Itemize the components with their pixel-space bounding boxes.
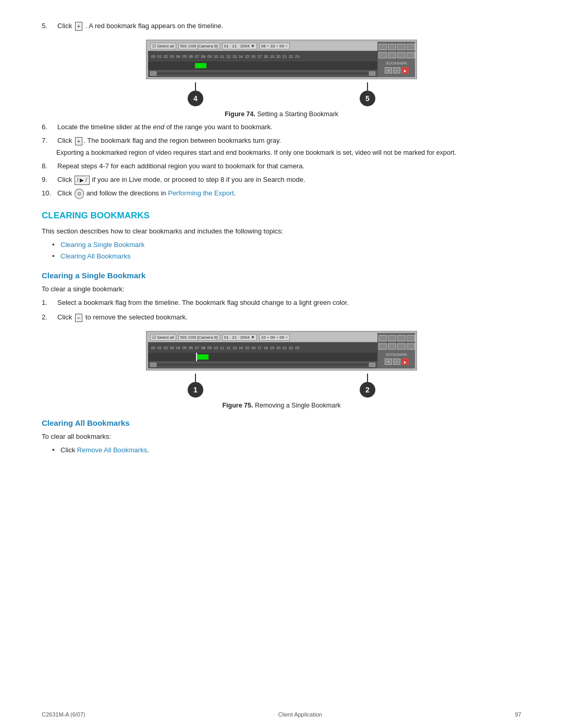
callout-4: 4 bbox=[188, 82, 203, 106]
ss-right-mid-btns-75 bbox=[378, 343, 415, 350]
clearing-bookmarks-bullets: Clearing a Single Bookmark Clearing All … bbox=[52, 240, 521, 262]
ss-scroll-track-75 bbox=[157, 364, 368, 366]
step-5-text-before: Click bbox=[57, 22, 72, 30]
figure-75-caption-text: Removing a Single Bookmark bbox=[255, 402, 341, 409]
ss-t21: 21 bbox=[282, 55, 288, 58]
ss-scroll-track bbox=[157, 72, 368, 75]
step-7: 7. Click +. The bookmark flag and the re… bbox=[42, 135, 521, 146]
play-icon-9: / ▶ / bbox=[75, 176, 90, 185]
ss-bookmark-btns-75: + − ▶ bbox=[385, 359, 409, 365]
step-9-num: 9. bbox=[42, 175, 57, 185]
ss-btn-6 bbox=[388, 52, 396, 58]
ss-scroll-right bbox=[369, 71, 375, 76]
ss-t05: 05 bbox=[181, 55, 188, 58]
footer-center: Client Application bbox=[278, 711, 322, 718]
clearing-all-heading: Clearing All Bookmarks bbox=[42, 418, 521, 427]
ss-bookmark-row-75 bbox=[148, 353, 377, 361]
ss-green-marker bbox=[195, 63, 206, 68]
clearing-all-intro: To clear all bookmarks: bbox=[42, 431, 521, 442]
ss-main-area: ☑ Select all 501 C09 [Camera 9] 01 · 21 … bbox=[148, 42, 377, 77]
clearing-all-link[interactable]: Clearing All Bookmarks bbox=[60, 252, 130, 260]
figure-75-caption: Figure 75. Removing a Single Bookmark bbox=[222, 402, 340, 409]
ss-t17: 17 bbox=[256, 55, 263, 58]
clearing-bookmarks-heading: CLEARING BOOKMARKS bbox=[42, 211, 521, 221]
clearing-all-bullet-before: Click bbox=[60, 446, 75, 454]
ss-timeline-bar-75: 00 01 02 03 04 05 06 07 08 09 10 bbox=[148, 342, 377, 353]
ss-scroll-75 bbox=[150, 363, 156, 367]
ss-bookmark-btns: + − ▶ bbox=[385, 67, 409, 73]
ss-btn-7 bbox=[397, 52, 406, 58]
callout-arrow-4 bbox=[195, 82, 196, 91]
ss-right-panel-74: BOOKMARK + − ▶ bbox=[378, 42, 415, 77]
ss-right-mid-btns bbox=[378, 52, 415, 58]
ss-bottom-bar bbox=[148, 70, 377, 77]
bullet-clearing-all: Clearing All Bookmarks bbox=[52, 251, 521, 262]
step-s2: 2. Click − to remove the selected bookma… bbox=[42, 312, 521, 323]
step-10-content: Click ⊙ and follow the directions in Per… bbox=[57, 188, 236, 199]
ss-right-top-btns-75 bbox=[378, 335, 415, 341]
step-5-num: 5. bbox=[42, 21, 57, 31]
ss-bm-btn-1: + bbox=[385, 67, 392, 73]
step-s2-num: 2. bbox=[42, 312, 57, 323]
step-9: 9. Click / ▶ / if you are in Live mode, … bbox=[42, 175, 521, 185]
ss-btn-3 bbox=[397, 44, 406, 50]
figure-74-caption: Figure 74. Setting a Starting Bookmark bbox=[225, 110, 338, 118]
callout-circle-5: 5 bbox=[360, 91, 375, 106]
clearing-all-bullet: Click Remove All Bookmarks. bbox=[52, 445, 521, 455]
ss-btn-8 bbox=[407, 52, 415, 58]
ss-green-marker-75 bbox=[197, 354, 209, 360]
ss-bookmark-row bbox=[148, 61, 377, 70]
step-10: 10. Click ⊙ and follow the directions in… bbox=[42, 188, 521, 199]
ss-btn-4 bbox=[407, 44, 415, 50]
screenshot-bg: ☑ Select all 501 C09 [Camera 9] 01 · 21 … bbox=[146, 40, 417, 79]
figure-74-container: ☑ Select all 501 C09 [Camera 9] 01 · 21 … bbox=[42, 40, 521, 118]
screenshot-bg-75: ☑ Select all 501 C09 [Camera 9] 01 · 21 … bbox=[146, 331, 417, 371]
callout-arrow-5 bbox=[367, 82, 368, 91]
ss-bm-btn-3: ▶ bbox=[401, 67, 409, 73]
plus-icon-7: + bbox=[75, 137, 82, 145]
callout-arrow-75-2 bbox=[367, 374, 368, 382]
remove-all-bookmarks-link[interactable]: Remove All Bookmarks bbox=[77, 446, 147, 454]
callout-circle-75-1: 1 bbox=[188, 382, 203, 398]
ss-t04: 04 bbox=[175, 55, 181, 58]
figure-75-callouts: 1 2 bbox=[146, 374, 417, 398]
clearing-single-link[interactable]: Clearing a Single Bookmark bbox=[60, 241, 144, 249]
ss-scroll bbox=[150, 71, 156, 76]
clearing-single-heading: Clearing a Single Bookmark bbox=[42, 271, 521, 280]
ss-bm-remove-75: − bbox=[393, 359, 400, 365]
figure-74-caption-text: Setting a Starting Bookmark bbox=[257, 110, 338, 118]
ss-main-area-75: ☑ Select all 501 C09 [Camera 9] 01 · 21 … bbox=[148, 333, 377, 368]
clearing-bookmarks-intro: This section describes how to clear book… bbox=[42, 226, 521, 237]
ss-t22: 22 bbox=[288, 55, 294, 58]
ss-bottom-bar-75 bbox=[148, 361, 377, 368]
ss-select-all: ☑ Select all bbox=[150, 43, 176, 50]
step-8: 8. Repeat steps 4-7 for each additional … bbox=[42, 161, 521, 171]
step-8-content: Repeat steps 4-7 for each additional reg… bbox=[57, 161, 304, 171]
ss-t01: 01 bbox=[156, 55, 163, 58]
ss-right-top-btns bbox=[378, 44, 415, 50]
clearing-all-bullet-after: . bbox=[147, 446, 149, 454]
callout-circle-75-2: 2 bbox=[360, 382, 375, 398]
ss-camera-label-75: 501 C09 [Camera 9] bbox=[178, 334, 220, 341]
ss-date-field-75: 01 · 21 · 2004 ▼ bbox=[222, 334, 257, 341]
step-s1: 1. Select a bookmark flag from the timel… bbox=[42, 298, 521, 308]
footer-left: C2631M-A (6/07) bbox=[42, 711, 85, 718]
ss-inner-75: ☑ Select all 501 C09 [Camera 9] 01 · 21 … bbox=[148, 333, 415, 368]
ss-scroll-right-75 bbox=[369, 363, 375, 367]
ss-t07: 07 bbox=[194, 55, 200, 58]
performing-export-link[interactable]: Performing the Export bbox=[168, 189, 234, 197]
clearing-all-bullets: Click Remove All Bookmarks. bbox=[52, 445, 521, 455]
ss-t11: 11 bbox=[219, 55, 225, 58]
ss-t03: 03 bbox=[169, 55, 175, 58]
ss-btn-1 bbox=[378, 44, 387, 50]
figure-75-container: ☑ Select all 501 C09 [Camera 9] 01 · 21 … bbox=[42, 331, 521, 409]
step-7-content: Click +. The bookmark flag and the regio… bbox=[57, 135, 281, 146]
ss-timeline-bar: 00 01 02 03 04 05 06 07 08 09 10 11 bbox=[148, 51, 377, 61]
callout-circle-4: 4 bbox=[188, 91, 203, 106]
step-8-num: 8. bbox=[42, 161, 57, 171]
bullet-clearing-single: Clearing a Single Bookmark bbox=[52, 240, 521, 250]
ss-right-panel-75: BOOKMARK + − ▶ bbox=[378, 333, 415, 368]
ss-t06: 06 bbox=[188, 55, 194, 58]
ss-bm-play-75: ▶ bbox=[401, 359, 409, 365]
figure-75-caption-bold: Figure 75. bbox=[222, 402, 253, 409]
